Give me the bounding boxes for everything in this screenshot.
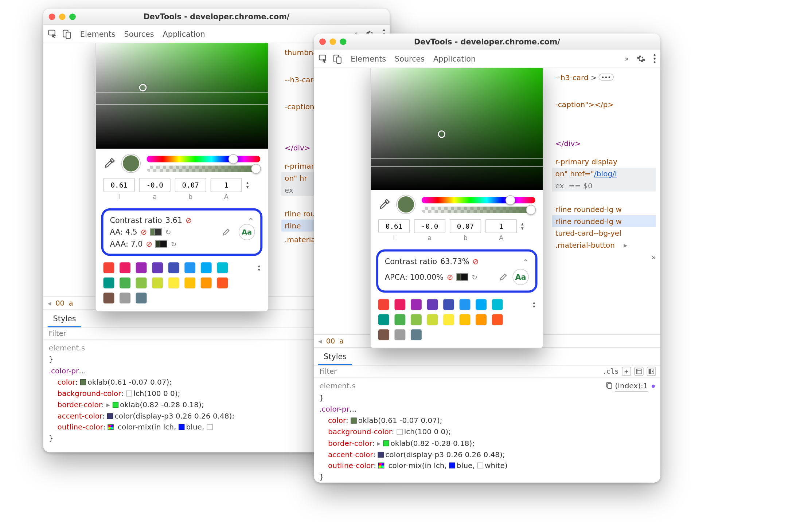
palette-swatch[interactable] — [217, 262, 228, 273]
color-swatch[interactable] — [179, 424, 184, 430]
link-fragment[interactable]: /blog/i — [594, 169, 617, 178]
palette-swatch[interactable] — [476, 299, 487, 310]
palette-stepper[interactable]: ▴▾ — [258, 263, 261, 272]
color-swatch[interactable] — [449, 463, 455, 468]
color-swatch[interactable] — [126, 390, 132, 396]
tab-sources[interactable]: Sources — [395, 54, 425, 63]
palette-swatch[interactable] — [411, 329, 422, 340]
color-swatch[interactable] — [351, 417, 356, 423]
color-a-input[interactable] — [139, 178, 171, 192]
tab-application[interactable]: Application — [163, 30, 205, 38]
css-value[interactable]: oklab(0.61 -0.07 0.07); — [87, 377, 172, 386]
tab-sources[interactable]: Sources — [124, 30, 154, 38]
palette-swatch[interactable] — [104, 278, 114, 288]
gear-icon[interactable] — [636, 54, 645, 63]
palette-swatch[interactable] — [492, 314, 503, 325]
collapse-icon[interactable]: ⌃ — [523, 258, 529, 266]
saturation-handle[interactable] — [139, 84, 147, 91]
reload-icon[interactable]: ↻ — [472, 273, 477, 281]
color-swatch[interactable] — [107, 413, 113, 419]
pick-background-icon[interactable] — [499, 271, 510, 283]
css-value[interactable]: color-mix(in lch, — [388, 461, 449, 470]
color-b-input[interactable] — [175, 178, 206, 192]
palette-swatch[interactable] — [152, 278, 163, 288]
eyedropper-icon[interactable] — [378, 199, 390, 211]
palette-swatch[interactable] — [201, 262, 212, 273]
breadcrumb-item[interactable]: 00 — [326, 337, 335, 345]
color-alpha-input[interactable] — [211, 178, 242, 192]
hue-slider[interactable] — [422, 197, 535, 204]
kebab-menu-icon[interactable] — [653, 54, 656, 63]
reload-icon[interactable]: ↻ — [165, 228, 171, 236]
reload-icon[interactable]: ↻ — [171, 240, 176, 248]
palette-swatch[interactable] — [217, 278, 228, 288]
color-swatch[interactable] — [378, 463, 384, 468]
cls-toggle[interactable]: .cls — [602, 367, 619, 375]
palette-swatch[interactable] — [427, 299, 438, 310]
palette-swatch[interactable] — [411, 314, 422, 325]
text-preview-badge[interactable]: Aa — [512, 269, 529, 285]
css-value[interactable]: oklab(0.82 -0.28 0.18); — [390, 439, 475, 447]
palette-swatch[interactable] — [201, 278, 212, 288]
palette-swatch[interactable] — [443, 314, 454, 325]
saturation-handle[interactable] — [438, 130, 445, 138]
hue-slider[interactable] — [147, 156, 260, 162]
saturation-field[interactable] — [371, 68, 543, 190]
inspect-element-icon[interactable] — [48, 29, 58, 39]
inspect-element-icon[interactable] — [318, 54, 328, 64]
css-value[interactable]: lch(100 0 0); — [133, 389, 180, 397]
color-swatch[interactable] — [207, 424, 212, 430]
palette-swatch[interactable] — [184, 262, 195, 273]
apca-suggestion-swatch[interactable] — [456, 273, 468, 281]
palette-swatch[interactable] — [104, 262, 114, 273]
breadcrumb-prev-icon[interactable]: ◂ — [48, 299, 51, 307]
color-swatch[interactable] — [477, 463, 483, 468]
palette-swatch[interactable] — [120, 293, 130, 303]
color-l-input[interactable] — [378, 219, 410, 233]
palette-swatch[interactable] — [104, 293, 114, 303]
tab-elements[interactable]: Elements — [351, 54, 386, 63]
tab-elements[interactable]: Elements — [80, 30, 116, 38]
tab-styles[interactable]: Styles — [48, 311, 82, 327]
palette-swatch[interactable] — [378, 299, 389, 310]
breadcrumb-item[interactable]: a — [339, 337, 344, 345]
aa-suggestion-swatch[interactable] — [150, 228, 162, 236]
new-style-rule-icon[interactable]: + — [622, 367, 631, 376]
styles-filter-input[interactable] — [318, 367, 367, 376]
toggle-sidebar-icon[interactable] — [647, 367, 656, 376]
css-value[interactable]: oklab(0.61 -0.07 0.07); — [358, 416, 442, 425]
palette-swatch[interactable] — [492, 299, 503, 310]
alpha-slider[interactable] — [422, 207, 535, 213]
color-swatch[interactable] — [383, 440, 389, 446]
text-preview-badge[interactable]: Aa — [239, 224, 255, 240]
saturation-field[interactable] — [96, 43, 268, 149]
source-link[interactable]: (index):1 — [615, 380, 648, 392]
eyedropper-icon[interactable] — [104, 157, 116, 169]
hue-handle[interactable] — [506, 195, 516, 205]
color-swatch[interactable] — [80, 379, 86, 385]
color-l-input[interactable] — [104, 178, 135, 192]
palette-swatch[interactable] — [168, 262, 179, 273]
palette-swatch[interactable] — [395, 314, 406, 325]
breadcrumb-item[interactable]: 00 — [55, 299, 65, 307]
color-swatch[interactable] — [108, 424, 114, 430]
palette-swatch[interactable] — [120, 262, 130, 273]
color-swatch[interactable] — [112, 402, 118, 408]
palette-stepper[interactable]: ▴▾ — [533, 300, 535, 309]
alpha-slider[interactable] — [147, 165, 260, 172]
color-alpha-input[interactable] — [485, 219, 517, 233]
format-stepper[interactable]: ▴▾ — [246, 181, 255, 189]
css-value[interactable]: oklab(0.82 -0.28 0.18); — [120, 400, 204, 409]
css-value[interactable]: color(display-p3 0.26 0.26 0.48); — [385, 450, 505, 459]
css-value[interactable]: color(display-p3 0.26 0.26 0.48); — [115, 411, 234, 420]
device-toggle-icon[interactable] — [62, 29, 71, 39]
palette-swatch[interactable] — [136, 262, 147, 273]
tabs-overflow-icon[interactable]: » — [625, 55, 629, 63]
palette-swatch[interactable] — [120, 278, 130, 288]
pick-background-icon[interactable] — [221, 226, 232, 238]
palette-swatch[interactable] — [460, 299, 471, 310]
css-value[interactable]: color-mix(in lch, — [118, 423, 179, 431]
palette-swatch[interactable] — [460, 314, 471, 325]
alpha-handle[interactable] — [251, 164, 261, 174]
tab-application[interactable]: Application — [433, 54, 476, 63]
